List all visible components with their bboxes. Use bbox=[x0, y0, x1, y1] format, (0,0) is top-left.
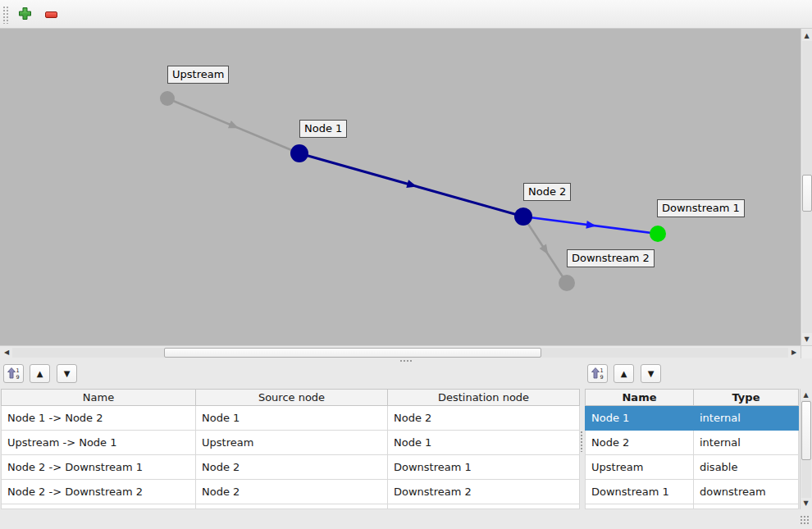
main-toolbar bbox=[0, 0, 812, 29]
cell-type[interactable]: internal bbox=[694, 431, 799, 455]
cell-type[interactable]: internal bbox=[694, 406, 799, 431]
column-header[interactable]: Source node bbox=[196, 390, 388, 406]
scroll-up-icon[interactable]: ▲ bbox=[801, 390, 811, 400]
cell-name[interactable]: Node 1 -> Node 2 bbox=[2, 406, 196, 431]
cell-name[interactable]: Downstream 1 bbox=[586, 480, 694, 504]
cell-source[interactable]: Node 2 bbox=[196, 455, 388, 480]
table-row[interactable]: Node 2 internal bbox=[586, 431, 799, 455]
toolbar-drag-handle[interactable] bbox=[2, 6, 8, 24]
cell-name[interactable]: Upstream bbox=[586, 455, 694, 480]
cell-destination[interactable]: Downstream 2 bbox=[388, 480, 580, 504]
vscroll-thumb[interactable] bbox=[802, 175, 812, 212]
cell-name[interactable]: Upstream -> Node 1 bbox=[2, 431, 196, 455]
edge-arrow-icon bbox=[586, 221, 596, 230]
graph-hscrollbar[interactable]: ◀ ▶ bbox=[0, 345, 801, 358]
node-label-downstream-1[interactable]: Downstream 1 bbox=[657, 199, 745, 217]
svg-text:1: 1 bbox=[600, 367, 603, 373]
node-label-upstream[interactable]: Upstream bbox=[167, 66, 229, 84]
cell-destination[interactable]: Downstream 1 bbox=[388, 455, 580, 480]
empty-row bbox=[586, 504, 799, 509]
node-label-node-2[interactable]: Node 2 bbox=[523, 183, 571, 201]
table-row[interactable]: Node 2 -> Downstream 2 Node 2 Downstream… bbox=[2, 480, 580, 504]
cell-destination[interactable]: Node 1 bbox=[388, 431, 580, 455]
svg-text:9: 9 bbox=[16, 373, 19, 380]
sort-ascending-icon: 1 9 bbox=[7, 367, 21, 381]
connections-table: Name Source node Destination node Node 1… bbox=[1, 389, 580, 509]
add-button[interactable] bbox=[16, 6, 34, 24]
graph-canvas[interactable]: UpstreamNode 1Node 2Downstream 1Downstre… bbox=[0, 29, 801, 345]
node-label-node-1[interactable]: Node 1 bbox=[299, 120, 347, 138]
graph-svg bbox=[0, 29, 801, 345]
cell-destination[interactable]: Node 2 bbox=[388, 406, 580, 431]
nodes-sort-button[interactable]: 1 9 bbox=[587, 364, 608, 383]
cell-type[interactable]: downstream bbox=[694, 480, 799, 504]
nodes-table-scrollbar[interactable]: ▲ ▼ bbox=[800, 389, 811, 509]
scroll-left-icon[interactable]: ◀ bbox=[1, 347, 12, 358]
table-row[interactable]: Upstream disable bbox=[586, 455, 799, 480]
nodes-table: Name Type Node 1 internal Node 2 interna… bbox=[585, 389, 799, 509]
connections-move-up-button[interactable]: ▲ bbox=[30, 364, 50, 383]
connections-sort-button[interactable]: 1 9 bbox=[3, 364, 24, 383]
connections-move-down-button[interactable]: ▼ bbox=[57, 364, 77, 383]
vscroll-thumb[interactable] bbox=[801, 401, 811, 460]
graph-node-upstream[interactable] bbox=[160, 91, 175, 106]
minus-icon bbox=[45, 11, 57, 18]
graph-node-node-2[interactable] bbox=[514, 207, 532, 226]
connections-header-row: Name Source node Destination node bbox=[2, 390, 580, 406]
table-row[interactable]: Downstream 1 downstream bbox=[586, 480, 799, 504]
column-header[interactable]: Type bbox=[694, 390, 799, 406]
cell-source[interactable]: Node 1 bbox=[196, 406, 388, 431]
column-header[interactable]: Name bbox=[2, 390, 196, 406]
nodes-move-up-button[interactable]: ▲ bbox=[614, 364, 634, 383]
graph-vscrollbar[interactable]: ▲ ▼ bbox=[801, 29, 812, 345]
cell-name[interactable]: Node 2 -> Downstream 1 bbox=[2, 455, 196, 480]
nodes-move-down-button[interactable]: ▼ bbox=[641, 364, 661, 383]
svg-text:9: 9 bbox=[600, 373, 603, 380]
table-row[interactable]: Node 2 -> Downstream 1 Node 2 Downstream… bbox=[2, 455, 580, 480]
edge-arrow-icon bbox=[228, 121, 240, 132]
cell-type[interactable]: disable bbox=[694, 455, 799, 480]
horizontal-splitter-grip[interactable] bbox=[399, 359, 413, 363]
graph-panel: UpstreamNode 1Node 2Downstream 1Downstre… bbox=[0, 29, 812, 358]
scroll-down-icon[interactable]: ▼ bbox=[801, 498, 811, 508]
graph-node-downstream-2[interactable] bbox=[559, 275, 575, 291]
triangle-up-icon: ▲ bbox=[37, 369, 43, 378]
triangle-down-icon: ▼ bbox=[64, 369, 71, 378]
graph-node-downstream-1[interactable] bbox=[650, 226, 666, 242]
scrollbar-corner bbox=[801, 345, 812, 358]
cell-name[interactable]: Node 2 -> Downstream 2 bbox=[2, 480, 196, 504]
hscroll-thumb[interactable] bbox=[164, 348, 541, 358]
triangle-down-icon: ▼ bbox=[648, 369, 655, 378]
graph-node-node-1[interactable] bbox=[290, 144, 308, 162]
scroll-down-icon[interactable]: ▼ bbox=[801, 333, 812, 344]
empty-row bbox=[2, 504, 580, 509]
triangle-up-icon: ▲ bbox=[621, 369, 627, 378]
edge-arrow-icon bbox=[540, 244, 552, 258]
cell-source[interactable]: Node 2 bbox=[196, 480, 388, 504]
sort-ascending-icon: 1 9 bbox=[591, 367, 604, 381]
table-row[interactable]: Node 1 -> Node 2 Node 1 Node 2 bbox=[2, 406, 580, 431]
column-header[interactable]: Name bbox=[586, 390, 694, 406]
window-resize-grip[interactable] bbox=[800, 515, 810, 526]
vertical-splitter-grip[interactable] bbox=[580, 431, 584, 452]
remove-button[interactable] bbox=[42, 6, 60, 24]
scroll-right-icon[interactable]: ▶ bbox=[788, 347, 800, 358]
svg-text:1: 1 bbox=[16, 367, 19, 373]
nodes-header-row: Name Type bbox=[586, 390, 799, 406]
node-label-downstream-2[interactable]: Downstream 2 bbox=[567, 249, 655, 267]
cell-name[interactable]: Node 1 bbox=[586, 406, 694, 431]
plus-icon bbox=[18, 7, 32, 23]
column-header[interactable]: Destination node bbox=[388, 390, 580, 406]
scroll-up-icon[interactable]: ▲ bbox=[801, 30, 812, 41]
cell-name[interactable]: Node 2 bbox=[586, 431, 694, 455]
table-row[interactable]: Upstream -> Node 1 Upstream Node 1 bbox=[2, 431, 580, 455]
table-row[interactable]: Node 1 internal bbox=[586, 406, 799, 431]
cell-source[interactable]: Upstream bbox=[196, 431, 388, 455]
